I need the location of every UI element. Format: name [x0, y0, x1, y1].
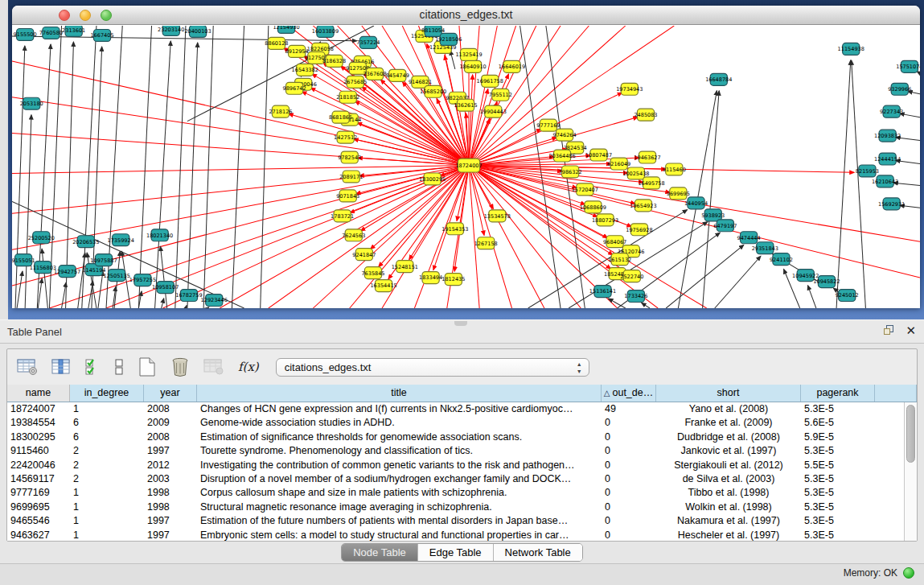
- delete-column-button[interactable]: [170, 356, 190, 377]
- table-row[interactable]: 946362711997Embryonic stem cells: a mode…: [7, 529, 917, 541]
- graph-node[interactable]: 16646019: [499, 60, 525, 72]
- graph-node[interactable]: 15751074: [896, 60, 920, 72]
- graph-node[interactable]: 16961758: [477, 75, 503, 87]
- graph-node[interactable]: 2053180: [20, 97, 43, 109]
- graph-node[interactable]: 19904443: [480, 105, 507, 117]
- graph-node[interactable]: 9071843: [336, 190, 359, 202]
- table-row[interactable]: 946554611997Estimation of the future num…: [7, 514, 917, 528]
- graph-node[interactable]: 1812435: [441, 274, 465, 286]
- table-row[interactable]: 1830029562008Estimation of significance …: [7, 431, 917, 444]
- graph-node[interactable]: 9227343: [880, 105, 903, 117]
- graph-node[interactable]: 20400103: [184, 26, 211, 37]
- scrollbar-thumb[interactable]: [906, 405, 915, 463]
- graph-node[interactable]: 9155500: [14, 28, 37, 40]
- graph-node[interactable]: 6479197: [713, 220, 737, 232]
- graph-node[interactable]: 9896742: [283, 82, 306, 94]
- column-header-in-degree[interactable]: in_degree: [70, 385, 144, 402]
- graph-node[interactable]: 11325419: [455, 48, 482, 60]
- column-header-name[interactable]: name: [7, 385, 70, 402]
- graph-node[interactable]: 16033809: [312, 26, 339, 37]
- graph-node[interactable]: 15136141: [589, 286, 616, 298]
- table-row[interactable]: 1872400712008Changes of HCN gene express…: [7, 402, 917, 416]
- graph-node[interactable]: 8215953: [856, 165, 879, 177]
- graph-node[interactable]: 1427512: [334, 131, 357, 143]
- network-canvas[interactable]: 8860128891295418226058912750516543382818…: [12, 26, 920, 308]
- graph-node[interactable]: 1833494: [419, 272, 442, 284]
- column-header-pagerank[interactable]: pagerank: [801, 385, 875, 402]
- graph-node[interactable]: 2181852: [336, 91, 359, 103]
- graph-node[interactable]: 12942757: [54, 266, 80, 278]
- table-row[interactable]: 977716911998Corpus callosum shape and si…: [7, 486, 917, 500]
- row-selection-button[interactable]: [84, 357, 101, 377]
- graph-node[interactable]: 2089171: [339, 171, 363, 183]
- graph-node[interactable]: 25200520: [28, 232, 55, 244]
- graph-node[interactable]: 2367608: [363, 68, 386, 80]
- memory-indicator[interactable]: Memory: OK: [844, 567, 914, 579]
- graph-node[interactable]: 1783721: [331, 210, 354, 222]
- table-row[interactable]: 1938455462009Genome-wide association stu…: [7, 416, 917, 430]
- graph-node[interactable]: 1615132: [608, 253, 631, 266]
- table-row[interactable]: 2242004622012Investigating the contribut…: [7, 459, 917, 472]
- graph-node[interactable]: 8454749: [386, 69, 409, 81]
- graph-node[interactable]: 2675685: [343, 76, 367, 88]
- table-row[interactable]: 969969511998Structural magnetic resonanc…: [7, 501, 917, 514]
- graph-node[interactable]: 18807293: [592, 214, 618, 226]
- graph-node[interactable]: 15692931: [878, 198, 905, 210]
- new-column-button[interactable]: [138, 356, 157, 377]
- table-row[interactable]: 911546021997Tourette syndrome. Phenomeno…: [7, 444, 917, 458]
- graph-node[interactable]: 23203140: [158, 26, 184, 35]
- close-panel-icon[interactable]: ✕: [906, 325, 916, 336]
- graph-node[interactable]: 12923446: [201, 295, 228, 307]
- graph-node[interactable]: 19463627: [634, 151, 660, 163]
- graph-node[interactable]: 6216049: [607, 158, 630, 170]
- graph-node[interactable]: 12444154: [874, 153, 901, 165]
- graph-node[interactable]: 7357224: [356, 36, 380, 48]
- graph-node[interactable]: 9241102: [770, 253, 793, 266]
- graph-node[interactable]: 13534578: [484, 210, 511, 222]
- graph-node[interactable]: 1362615: [454, 99, 477, 111]
- graph-node[interactable]: 2485083: [634, 109, 657, 121]
- graph-node[interactable]: 2522740: [620, 270, 643, 282]
- graph-node[interactable]: 8681865: [329, 111, 352, 123]
- graph-node[interactable]: 1733426: [624, 290, 647, 303]
- graph-node[interactable]: 15248151: [392, 261, 418, 273]
- function-builder-button[interactable]: f(x): [238, 360, 259, 374]
- close-window-button[interactable]: [59, 10, 70, 21]
- graph-node[interactable]: 9329966: [888, 83, 911, 95]
- graph-node[interactable]: 9699695: [667, 187, 690, 200]
- graph-node[interactable]: 7955112: [489, 89, 512, 101]
- graph-node[interactable]: 8860128: [265, 37, 288, 49]
- graph-node[interactable]: 7624563: [342, 229, 365, 241]
- graph-node[interactable]: 18640910: [459, 60, 486, 72]
- clear-selection-button[interactable]: [114, 357, 124, 377]
- graph-node[interactable]: 7986322: [559, 166, 582, 178]
- tab-network-table[interactable]: Network Table: [494, 544, 582, 561]
- graph-node[interactable]: 16210643: [872, 175, 898, 187]
- graph-node[interactable]: 9245012: [836, 290, 859, 302]
- graph-node[interactable]: 9684067: [603, 236, 626, 248]
- table-mode-button[interactable]: [17, 358, 38, 376]
- graph-node[interactable]: 18021340: [146, 229, 173, 241]
- graph-node[interactable]: 9746264: [553, 129, 577, 141]
- graph-node[interactable]: 12093832: [874, 130, 901, 142]
- graph-node[interactable]: 2313601: [62, 26, 85, 36]
- column-header-out-de-[interactable]: △out_de…: [602, 385, 656, 402]
- graph-node[interactable]: 1267158: [474, 237, 498, 249]
- graph-node[interactable]: 7760580: [39, 27, 63, 39]
- column-header-year[interactable]: year: [144, 385, 197, 402]
- graph-node[interactable]: 19654923: [630, 200, 656, 212]
- graph-node[interactable]: 9777169: [536, 119, 560, 131]
- zoom-window-button[interactable]: [101, 10, 112, 21]
- panel-resize-grip[interactable]: [454, 321, 467, 326]
- graph-node[interactable]: 29351843: [752, 242, 778, 254]
- tab-node-table[interactable]: Node Table: [342, 544, 418, 561]
- tab-edge-table[interactable]: Edge Table: [418, 544, 494, 561]
- column-header-short[interactable]: short: [656, 385, 801, 402]
- vertical-scrollbar[interactable]: [904, 402, 917, 541]
- graph-node[interactable]: 1667405: [90, 29, 113, 41]
- graph-hub-node[interactable]: 18724007: [455, 159, 482, 172]
- graph-node[interactable]: 8186328: [322, 55, 346, 67]
- graph-node[interactable]: 12154930: [273, 26, 299, 33]
- graph-node[interactable]: 7635845: [361, 267, 384, 279]
- graph-node[interactable]: 2718126: [269, 105, 292, 117]
